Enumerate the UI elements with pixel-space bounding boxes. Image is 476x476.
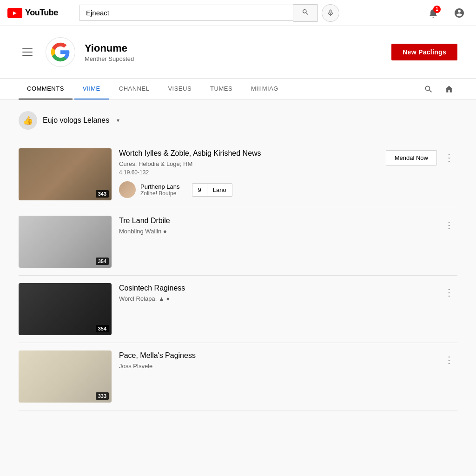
vote-label: Lano — [207, 184, 232, 196]
duration-badge: 333 — [96, 392, 109, 400]
video-meta: 4.19.60-132 — [119, 169, 378, 176]
mendal-now-button[interactable]: Mendal Now — [386, 150, 437, 165]
duration-badge: 354 — [96, 325, 109, 332]
playlist-title: Eujo vologs Lelanes — [43, 116, 109, 125]
logo-area: YouTube — [7, 8, 68, 18]
hamburger-button[interactable] — [19, 45, 36, 60]
table-row: 354 Tre Land Drbile Monbling Wailin ● ⋮ — [19, 208, 457, 276]
tab-viseus[interactable]: VISEUS — [159, 79, 200, 99]
channel-info: Yionume Menther Suposted — [85, 42, 134, 62]
tab-viime[interactable]: VIIME — [74, 79, 109, 99]
channel-header: Yionume Menther Suposted New Paclings — [0, 26, 476, 79]
home-icon — [444, 85, 454, 94]
tabs-home-button[interactable] — [441, 81, 457, 98]
nav-icons: 1 — [424, 4, 469, 22]
video-subtitle: Monbling Wailin ● — [119, 228, 433, 235]
search-input-wrap — [79, 5, 293, 21]
hamburger-icon — [22, 52, 33, 53]
channel-name-small: Purthenp Lans — [140, 183, 180, 190]
table-row: 354 Cosintech Raginess Worcl Relapa, ▲ ●… — [19, 276, 457, 343]
playlist-header: 👍 Eujo vologs Lelanes ▾ — [19, 111, 457, 130]
table-row: 343 Wortch Iylles & Zoble, Asbig Kirishe… — [19, 141, 457, 208]
channel-subtitle: Menther Suposted — [85, 55, 134, 62]
google-logo — [50, 42, 71, 62]
duration-badge: 343 — [96, 190, 109, 198]
mic-button[interactable] — [322, 4, 339, 22]
tab-tumes[interactable]: TUMES — [202, 79, 241, 99]
youtube-logo-icon — [7, 8, 22, 18]
more-options-button[interactable]: ⋮ — [441, 148, 457, 167]
bell-button[interactable]: 1 — [424, 4, 443, 22]
main-content: 👍 Eujo vologs Lelanes ▾ 343 Wortch Iylle… — [0, 100, 476, 422]
channel-avatar — [46, 37, 75, 67]
video-info: Tre Land Drbile Monbling Wailin ● — [119, 216, 433, 237]
playlist-thumb-icon: 👍 — [19, 111, 37, 130]
search-button[interactable] — [293, 4, 318, 22]
hamburger-icon — [22, 48, 33, 49]
search-icon — [424, 85, 433, 94]
more-options-button[interactable]: ⋮ — [441, 350, 457, 369]
top-nav: YouTube 1 — [0, 0, 476, 26]
duration-badge: 354 — [96, 258, 109, 265]
hamburger-icon — [22, 55, 33, 56]
video-thumbnail[interactable]: 343 — [19, 148, 112, 200]
search-icon — [302, 8, 309, 16]
video-title: Pace, Mella's Paginess — [119, 350, 433, 361]
video-thumbnail[interactable]: 333 — [19, 350, 112, 403]
video-info: Cosintech Raginess Worcl Relapa, ▲ ● — [119, 283, 433, 304]
channel-name: Yionume — [85, 42, 134, 54]
video-subtitle: Cures: Helodia & Loge; HM — [119, 160, 378, 167]
video-info: Wortch Iylles & Zoble, Asbig Kirished Ne… — [119, 148, 378, 198]
tabs-right-icons — [420, 81, 457, 98]
search-input[interactable] — [79, 5, 293, 20]
notification-badge: 1 — [433, 6, 441, 13]
account-icon — [454, 7, 465, 19]
tab-mimiag[interactable]: MIIIMIAG — [243, 79, 287, 99]
tab-channel[interactable]: CHANNEL — [111, 79, 158, 99]
channel-row: Purthenp Lans Zolihe! Boutpe 9 Lano — [119, 181, 378, 198]
video-title: Cosintech Raginess — [119, 283, 433, 293]
yt-play-icon — [7, 8, 22, 18]
channel-mini-avatar — [119, 181, 136, 198]
channel-sub-small: Zolihe! Boutpe — [140, 190, 180, 197]
more-options-button[interactable]: ⋮ — [441, 216, 457, 234]
chevron-down-icon[interactable]: ▾ — [117, 117, 119, 124]
tabs-search-button[interactable] — [420, 81, 437, 98]
video-thumbnail[interactable]: 354 — [19, 216, 112, 268]
mic-icon — [326, 9, 335, 17]
video-title: Tre Land Drbile — [119, 216, 433, 226]
tab-comments[interactable]: COMMENTS — [19, 79, 73, 99]
vote-group: 9 Lano — [192, 183, 232, 197]
account-button[interactable] — [450, 4, 469, 22]
channel-left: Yionume Menther Suposted — [19, 37, 134, 67]
video-list: 343 Wortch Iylles & Zoble, Asbig Kirishe… — [19, 141, 457, 410]
action-buttons: Mendal Now ⋮ — [386, 148, 457, 167]
video-info: Pace, Mella's Paginess Joss Plsvele — [119, 350, 433, 371]
video-subtitle: Worcl Relapa, ▲ ● — [119, 295, 433, 302]
logo-text: YouTube — [25, 8, 58, 18]
table-row: 333 Pace, Mella's Paginess Joss Plsvele … — [19, 343, 457, 410]
video-title: Wortch Iylles & Zoble, Asbig Kirished Ne… — [119, 148, 378, 159]
more-options-button[interactable]: ⋮ — [441, 283, 457, 302]
search-bar — [79, 4, 339, 22]
vote-number: 9 — [192, 184, 207, 196]
tabs-bar: COMMENTS VIIME CHANNEL VISEUS TUMES MIII… — [0, 79, 476, 100]
video-subtitle: Joss Plsvele — [119, 363, 433, 370]
new-paclings-button[interactable]: New Paclings — [391, 44, 457, 60]
video-thumbnail[interactable]: 354 — [19, 283, 112, 335]
